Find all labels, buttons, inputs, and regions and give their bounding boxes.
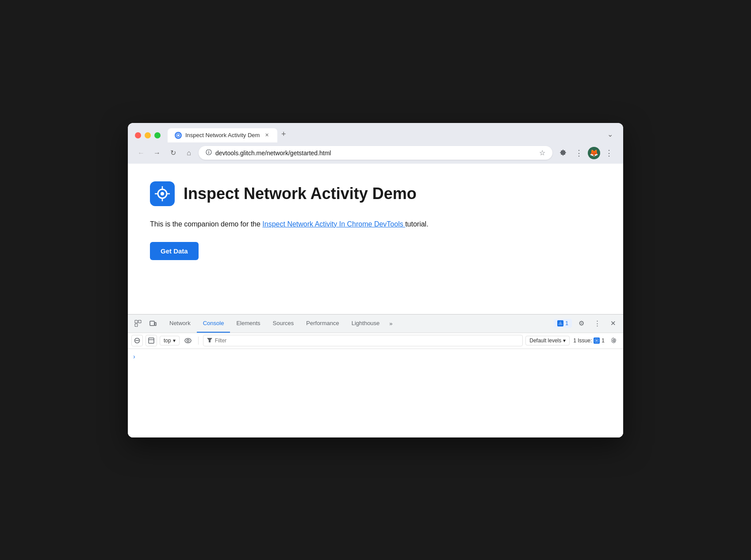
svg-rect-17 — [560, 323, 561, 324]
get-data-button[interactable]: Get Data — [150, 242, 199, 260]
svg-marker-25 — [207, 338, 212, 342]
console-issues-count: 1 — [602, 338, 605, 344]
issues-icon — [557, 320, 563, 326]
device-toggle-button[interactable] — [146, 317, 160, 330]
filter-icon — [207, 338, 212, 344]
svg-point-3 — [208, 151, 209, 152]
traffic-lights — [135, 132, 161, 138]
extensions-button[interactable] — [556, 146, 570, 160]
toolbar-divider — [198, 337, 199, 345]
devtools-more-button[interactable]: ⋮ — [590, 317, 604, 330]
console-right-controls: Default levels ▾ 1 Issue: 1 — [525, 335, 620, 346]
console-issues[interactable]: 1 Issue: 1 — [573, 338, 605, 344]
page-title: Inspect Network Activity Demo — [184, 184, 417, 203]
back-button[interactable]: ← — [135, 147, 147, 159]
panel-toggle-button[interactable] — [146, 335, 157, 346]
context-dropdown-value: top — [164, 338, 171, 344]
default-levels-button[interactable]: Default levels ▾ — [525, 336, 570, 345]
nav-bar: ← → ↻ ⌂ devtools.glitch.me/network/getst… — [128, 142, 623, 164]
devtools-link[interactable]: Inspect Network Activity In Chrome DevTo… — [262, 220, 405, 228]
bookmark-icon[interactable]: ☆ — [539, 149, 545, 157]
browser-window: Inspect Network Activity Dem ✕ + ⌄ ← → ↻… — [128, 123, 623, 437]
svg-rect-16 — [155, 322, 156, 326]
devtools-left-icons — [131, 317, 160, 330]
console-settings-button[interactable] — [608, 335, 620, 346]
browser-tab-active[interactable]: Inspect Network Activity Dem ✕ — [168, 128, 277, 142]
svg-point-24 — [187, 340, 189, 342]
refresh-button[interactable]: ↻ — [167, 147, 179, 159]
tab-favicon — [175, 132, 182, 139]
svg-rect-21 — [149, 338, 154, 343]
svg-point-23 — [185, 338, 191, 343]
devtools-tabs: Network Console Elements Sources Perform… — [128, 315, 623, 333]
console-issues-icon — [594, 338, 600, 344]
svg-point-18 — [560, 324, 561, 325]
address-bar[interactable]: devtools.glitch.me/network/getstarted.ht… — [199, 146, 552, 160]
page-content: Inspect Network Activity Demo This is th… — [128, 164, 623, 314]
forward-button[interactable]: → — [151, 147, 163, 159]
svg-rect-4 — [208, 152, 209, 154]
new-tab-button[interactable]: + — [277, 128, 290, 141]
console-output: › — [128, 349, 623, 437]
dropdown-chevron-icon: ▾ — [173, 338, 176, 344]
page-header: Inspect Network Activity Demo — [150, 181, 601, 206]
more-tabs-button[interactable]: » — [386, 314, 396, 333]
close-window-button[interactable] — [135, 132, 141, 138]
address-security-icon — [206, 149, 212, 157]
devtools-right-controls: 1 ⚙ ⋮ ✕ — [554, 317, 620, 330]
default-levels-chevron-icon: ▾ — [563, 338, 566, 344]
home-button[interactable]: ⌂ — [183, 147, 195, 159]
svg-point-1 — [177, 134, 180, 136]
svg-rect-13 — [138, 320, 141, 323]
tab-overflow-button[interactable]: ⌄ — [604, 128, 616, 141]
svg-rect-26 — [595, 339, 598, 342]
issues-count: 1 — [565, 320, 568, 326]
more-options-button[interactable]: ⋮ — [572, 146, 586, 160]
console-expand-arrow[interactable]: › — [133, 353, 135, 360]
chrome-menu-button[interactable]: ⋮ — [602, 146, 616, 160]
devtools-tab-lighthouse[interactable]: Lighthouse — [345, 314, 386, 333]
tab-close-button[interactable]: ✕ — [263, 132, 270, 139]
devtools-close-button[interactable]: ✕ — [606, 317, 620, 330]
nav-right-buttons: ⋮ 🦊 ⋮ — [556, 146, 616, 160]
devtools-tab-network[interactable]: Network — [163, 314, 197, 333]
console-issues-prefix: 1 Issue: — [573, 338, 592, 344]
svg-rect-15 — [150, 321, 154, 326]
eye-button[interactable] — [182, 335, 194, 346]
filter-area[interactable] — [203, 335, 523, 346]
default-levels-label: Default levels — [529, 338, 561, 344]
filter-input[interactable] — [215, 338, 519, 344]
console-toolbar: top ▾ Default levels — [128, 333, 623, 349]
tab-title: Inspect Network Activity Dem — [185, 132, 260, 138]
minimize-window-button[interactable] — [145, 132, 151, 138]
devtools-tab-elements[interactable]: Elements — [230, 314, 266, 333]
svg-rect-12 — [135, 320, 138, 323]
page-description: This is the companion demo for the Inspe… — [150, 219, 601, 230]
title-bar: Inspect Network Activity Dem ✕ + ⌄ — [128, 123, 623, 142]
element-picker-button[interactable] — [131, 317, 145, 330]
page-logo — [150, 181, 175, 206]
devtools-settings-button[interactable]: ⚙ — [575, 317, 588, 330]
address-text: devtools.glitch.me/network/getstarted.ht… — [215, 150, 536, 157]
svg-point-7 — [161, 192, 164, 196]
devtools-tab-performance[interactable]: Performance — [300, 314, 345, 333]
svg-rect-14 — [135, 324, 138, 326]
issues-badge[interactable]: 1 — [554, 319, 572, 328]
context-dropdown[interactable]: top ▾ — [160, 336, 180, 345]
clear-console-button[interactable] — [131, 335, 143, 346]
maximize-window-button[interactable] — [154, 132, 161, 138]
tab-bar: Inspect Network Activity Dem ✕ + ⌄ — [168, 128, 616, 142]
devtools-panel: Network Console Elements Sources Perform… — [128, 314, 623, 437]
profile-avatar[interactable]: 🦊 — [588, 147, 600, 159]
devtools-tab-console[interactable]: Console — [197, 314, 230, 333]
devtools-tab-sources[interactable]: Sources — [267, 314, 300, 333]
